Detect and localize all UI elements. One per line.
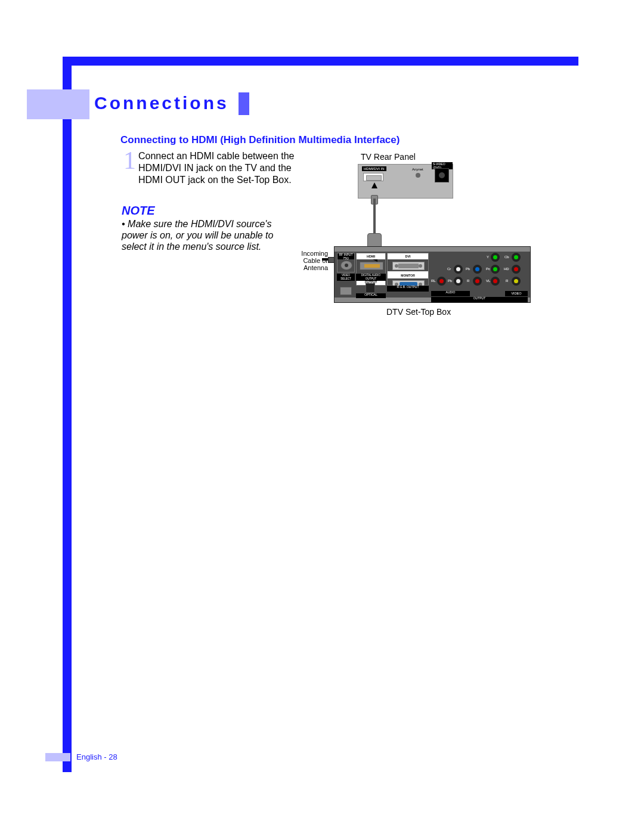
rca-r-icon xyxy=(491,265,500,274)
rf-input-block: RF INPUT 75Ω xyxy=(337,253,355,272)
coax-port-icon xyxy=(340,261,352,270)
optical-port-icon xyxy=(366,283,375,293)
note-body: • Make sure the HDMI/DVI source's power … xyxy=(122,218,292,253)
hdmi-dvi-in-port-icon xyxy=(363,173,383,181)
dvi-monitor-block: DVI OUTPUT MONITOR xyxy=(387,253,429,286)
video-select-label: VIDEO SELECT xyxy=(337,274,355,281)
rca-rr-icon xyxy=(473,277,482,286)
hdmi-label: HDMI xyxy=(357,253,385,259)
port-rr-label: R xyxy=(467,279,469,283)
port-vl-label: VL xyxy=(486,279,490,283)
port-r-label: Pc xyxy=(486,267,490,271)
heading-accent-right xyxy=(239,92,249,115)
page-footer: English - 28 xyxy=(76,752,117,761)
section-heading: Connecting to HDMI (High Definition Mult… xyxy=(120,134,400,146)
dtv-settop-label: DTV Set-Top Box xyxy=(386,307,451,317)
rca-pb-icon xyxy=(473,265,482,274)
tv-rear-panel-label: TV Rear Panel xyxy=(361,152,416,162)
video-label: VIDEO xyxy=(505,291,528,296)
coax-plug-icon xyxy=(322,257,335,262)
rca-y-icon xyxy=(491,253,500,262)
port-rl-label: RL xyxy=(431,279,436,283)
rca-vr-icon xyxy=(512,277,521,286)
digital-audio-output-label: DIGITAL AUDIO OUTPUT xyxy=(356,274,386,281)
rca-vl-icon xyxy=(491,277,500,286)
digital-audio-block: DIGITAL AUDIO OUTPUT OPTICAL xyxy=(356,274,386,296)
footer-accent xyxy=(45,753,70,761)
note-heading: NOTE xyxy=(122,204,155,218)
dtv-settop-rear-panel: RF INPUT 75Ω HDMI OUTPUT DVI OUTPUT MONI… xyxy=(334,246,531,303)
rca-cr-icon xyxy=(512,253,521,262)
tv-rear-panel: HDMI/DVI IN Anynet S-VIDEO (DVD) xyxy=(358,164,453,199)
port-vr-label: R xyxy=(506,279,508,283)
page-title: Connections xyxy=(94,93,229,113)
video-select-block: VIDEO SELECT xyxy=(337,274,355,296)
av-output-label: OUTPUT xyxy=(431,297,528,302)
hdmi-out-port-icon xyxy=(360,262,383,270)
rca-rl-icon xyxy=(437,277,446,286)
optical-label: OPTICAL xyxy=(356,293,386,298)
anynet-port-icon xyxy=(416,173,420,178)
component-av-block: Y Cb Cr Pb Pc HD RL Pb R VL R AUDIO VIDE… xyxy=(431,253,528,296)
monitor-label: MONITOR xyxy=(388,272,428,278)
port-cr-label: Cr xyxy=(447,267,451,271)
port-y-label: Y xyxy=(487,255,489,259)
dvi-label: DVI xyxy=(388,253,428,259)
hdmi-dvi-in-label: HDMI/DVI IN xyxy=(362,166,386,171)
step-text: Connect an HDMI cable between the HDMI/D… xyxy=(138,150,299,186)
port-pb-label: Pb xyxy=(466,267,470,271)
arrow-up-icon xyxy=(371,182,377,188)
rca-hd-icon xyxy=(512,265,521,274)
rf-input-label: RF INPUT 75Ω xyxy=(338,253,354,259)
step-number: 1 xyxy=(123,146,136,175)
rca-pb2-icon xyxy=(454,277,463,286)
port-pb2-label: Pb xyxy=(448,279,452,283)
anynet-label: Anynet xyxy=(412,168,423,171)
page-border-top xyxy=(63,57,578,66)
audio-label: AUDIO xyxy=(431,291,470,296)
rca-cr2-icon xyxy=(454,265,463,274)
rgb-output-label: R.G.B. OUTPUT xyxy=(387,286,429,292)
connection-diagram: TV Rear Panel HDMI/DVI IN Anynet S-VIDEO… xyxy=(292,152,543,325)
page-border-left xyxy=(63,57,72,772)
port-hd-label: HD xyxy=(504,267,509,271)
heading-accent-left xyxy=(27,89,89,119)
port-cb-label: Cb xyxy=(504,255,509,259)
svideo-port-icon xyxy=(435,168,449,182)
card-slot-icon xyxy=(340,287,352,295)
